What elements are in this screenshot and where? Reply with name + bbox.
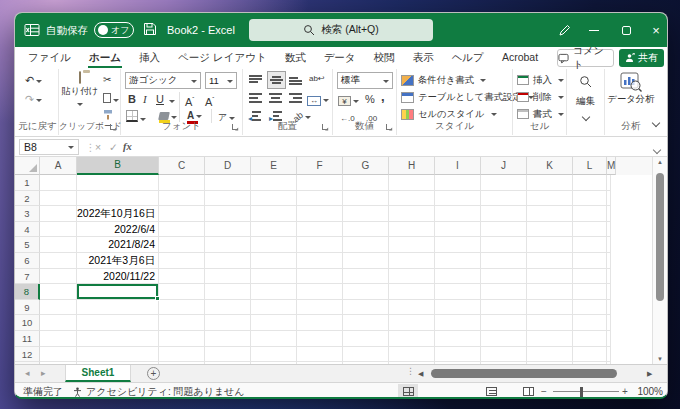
cell-E2[interactable] [251,191,297,207]
format-cells-button[interactable]: 書式 [517,107,564,121]
cell-F2[interactable] [297,191,343,207]
cell-L5[interactable] [573,237,607,253]
cell-H3[interactable] [389,206,435,222]
cell-D8[interactable] [205,284,251,300]
cell-E5[interactable] [251,237,297,253]
cell-D1[interactable] [205,175,251,191]
cell-A5[interactable] [40,237,77,253]
cell-I9[interactable] [435,300,481,316]
cell-D5[interactable] [205,237,251,253]
cell-M8[interactable] [607,284,611,300]
cell-A1[interactable] [40,175,77,191]
vertical-scroll-thumb[interactable] [656,173,664,301]
cell-C9[interactable] [159,300,205,316]
cell-J11[interactable] [481,331,527,347]
grow-font-button[interactable]: Aˆ [185,92,194,109]
share-button[interactable]: 共有 [619,49,664,67]
cell-C8[interactable] [159,284,205,300]
cell-K2[interactable] [527,191,573,207]
cell-C5[interactable] [159,237,205,253]
copy-button[interactable] [103,92,119,106]
cell-H8[interactable] [389,284,435,300]
currency-format-button[interactable]: ¥ [338,93,359,107]
cell-I8[interactable] [435,284,481,300]
align-middle-button[interactable] [267,71,286,89]
cell-A3[interactable] [40,206,77,222]
column-header-L[interactable]: L [573,157,607,175]
scroll-down-icon[interactable]: ▼ [653,356,667,362]
cell-K12[interactable] [527,347,573,363]
save-icon[interactable] [143,22,157,36]
cell-E3[interactable] [251,206,297,222]
cell-B11[interactable] [77,331,159,347]
expand-formula-bar-icon[interactable] [654,143,660,155]
cell-K6[interactable] [527,253,573,269]
cell-I6[interactable] [435,253,481,269]
column-header-D[interactable]: D [205,157,251,175]
cell-M6[interactable] [607,253,611,269]
cell-K7[interactable] [527,269,573,285]
zoom-slider-thumb[interactable] [580,387,583,397]
cell-F4[interactable] [297,222,343,238]
cell-H5[interactable] [389,237,435,253]
cell-G5[interactable] [343,237,389,253]
cell-C3[interactable] [159,206,205,222]
merge-center-button[interactable]: ↔ [307,92,329,106]
excel-app-icon[interactable] [24,22,40,38]
cell-G11[interactable] [343,331,389,347]
tab-Acrobat[interactable]: Acrobat [493,47,547,68]
cell-C1[interactable] [159,175,205,191]
cell-J3[interactable] [481,206,527,222]
collapse-ribbon-chevron-icon[interactable] [653,117,659,128]
align-top-button[interactable] [249,74,262,88]
cell-I2[interactable] [435,191,481,207]
cell-B4[interactable]: 2022/6/4 [77,222,159,238]
row-header-5[interactable]: 5 [15,237,40,253]
cell-J1[interactable] [481,175,527,191]
prev-sheet-icon[interactable]: ◂ [25,365,30,383]
cell-A11[interactable] [40,331,77,347]
cell-J6[interactable] [481,253,527,269]
cell-J9[interactable] [481,300,527,316]
cell-H12[interactable] [389,347,435,363]
cell-M5[interactable] [607,237,611,253]
cell-B1[interactable] [77,175,159,191]
sheet-tab-sheet1[interactable]: Sheet1 [65,365,131,382]
cell-J10[interactable] [481,315,527,331]
cell-K3[interactable] [527,206,573,222]
tab-校閲[interactable]: 校閲 [365,47,404,68]
normal-view-button[interactable] [398,384,418,399]
cell-L7[interactable] [573,269,607,285]
font-dialog-launcher[interactable] [232,124,239,131]
cell-J5[interactable] [481,237,527,253]
row-header-11[interactable]: 11 [15,331,40,347]
cell-B2[interactable] [77,191,159,207]
percent-style-button[interactable]: % [365,92,375,106]
fill-handle[interactable] [155,296,160,301]
cell-F3[interactable] [297,206,343,222]
cell-D10[interactable] [205,315,251,331]
column-header-A[interactable]: A [40,157,77,175]
cell-G8[interactable] [343,284,389,300]
cell-D3[interactable] [205,206,251,222]
page-break-view-button[interactable] [518,384,538,399]
cell-L3[interactable] [573,206,607,222]
cell-F7[interactable] [297,269,343,285]
tab-ファイル[interactable]: ファイル [19,47,80,68]
cell-E10[interactable] [251,315,297,331]
cell-L9[interactable] [573,300,607,316]
number-format-combo[interactable]: 標準 [337,72,393,89]
cell-E8[interactable] [251,284,297,300]
cell-K4[interactable] [527,222,573,238]
cell-A7[interactable] [40,269,77,285]
zoom-out-button[interactable]: − [541,383,547,399]
row-header-2[interactable]: 2 [15,191,40,207]
format-as-table-button[interactable]: テーブルとして書式設定 [401,90,510,104]
align-bottom-button[interactable] [289,74,302,88]
cell-H9[interactable] [389,300,435,316]
row-header-9[interactable]: 9 [15,300,40,316]
cell-G6[interactable] [343,253,389,269]
cell-K5[interactable] [527,237,573,253]
cancel-icon[interactable]: × [95,137,101,157]
cell-M10[interactable] [607,315,611,331]
